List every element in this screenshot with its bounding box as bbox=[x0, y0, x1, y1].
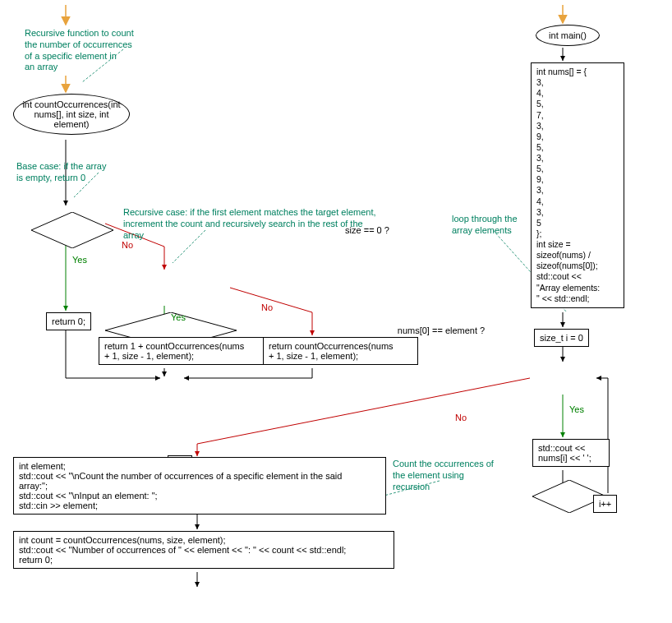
decision-match-element-text: nums[0] == element ? bbox=[398, 325, 485, 335]
terminator-count-occurrences: int countOccurrences(int nums[], int siz… bbox=[13, 94, 130, 135]
process-input-element: int element; std::cout << "\nCount the n… bbox=[13, 457, 386, 515]
process-output-count: int count = countOccurrences(nums, size,… bbox=[13, 531, 394, 569]
terminator-main: int main() bbox=[536, 25, 600, 46]
label-yes-3: Yes bbox=[569, 404, 584, 414]
comment-base-case: Base case: if the array is empty, return… bbox=[16, 161, 140, 184]
comment-recursive-case: Recursive case: if the first element mat… bbox=[123, 207, 419, 241]
process-return-recurse: return countOccurrences(nums + 1, size -… bbox=[263, 337, 418, 365]
process-return-1-plus: return 1 + countOccurrences(nums + 1, si… bbox=[99, 337, 266, 365]
process-loop-init: size_t i = 0 bbox=[534, 329, 589, 347]
comment-func-desc: Recursive function to count the number o… bbox=[25, 28, 164, 73]
label-no-2: No bbox=[261, 302, 273, 312]
label-no: No bbox=[122, 240, 133, 250]
svg-marker-18 bbox=[31, 212, 113, 248]
comment-loop-array: loop through the array elements bbox=[452, 214, 542, 237]
process-init-block: int nums[] = { 3, 4, 5, 7, 3, 9, 5, 3, 5… bbox=[531, 62, 624, 308]
comment-count-using-recursion: Count the occurrences of the element usi… bbox=[393, 459, 516, 492]
label-no-3: No bbox=[455, 413, 467, 422]
label-yes: Yes bbox=[72, 255, 87, 265]
process-loop-inc: i++ bbox=[593, 495, 617, 513]
process-return-0: return 0; bbox=[46, 312, 91, 330]
label-yes-2: Yes bbox=[171, 312, 186, 322]
process-loop-body: std::cout << nums[i] << ' '; bbox=[532, 439, 610, 467]
